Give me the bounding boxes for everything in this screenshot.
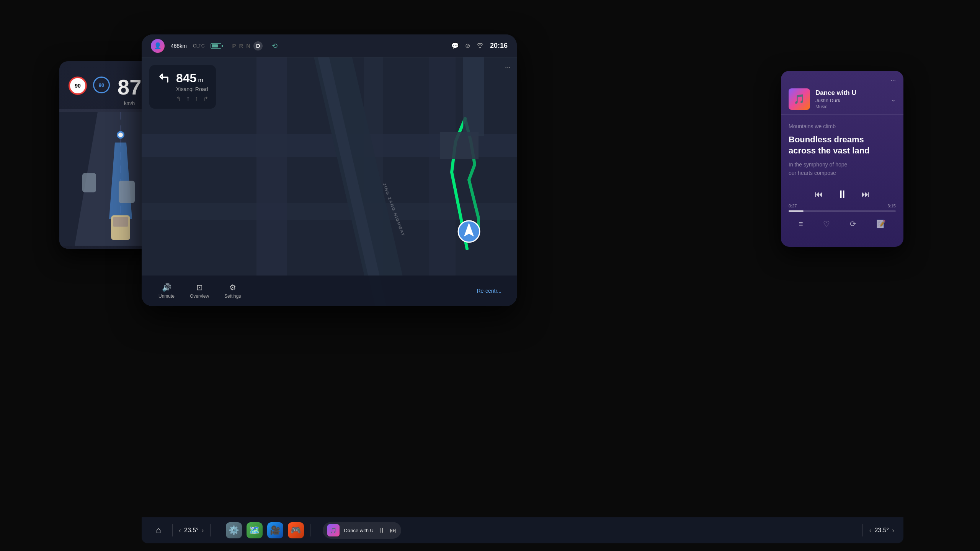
taskbar-right-section: ‹ 23.5° › (859, 524, 894, 536)
queue-btn[interactable]: ≡ (799, 220, 803, 228)
taskbar-track-title: Dance with U (344, 528, 374, 533)
gear-r: R (239, 42, 243, 49)
track-artist: Justin Durk (815, 98, 885, 103)
gear-p: P (232, 42, 236, 49)
video-app-icon[interactable]: 🎥 (267, 522, 283, 538)
music-more-btn[interactable]: ··· (891, 77, 896, 84)
taskbar-divider-4 (862, 524, 863, 536)
signal-icon: ⊘ (465, 42, 470, 49)
svg-rect-16 (429, 57, 456, 306)
progress-bar[interactable] (789, 210, 896, 212)
wifi-icon (476, 42, 484, 50)
speed-unit: km/h (124, 100, 135, 106)
battery-icon (211, 43, 221, 49)
prev-track-btn[interactable]: ⏮ (815, 189, 823, 199)
current-speed: 87 (118, 77, 141, 98)
svg-rect-8 (82, 173, 96, 192)
taskbar-album-art: 🎵 (327, 524, 340, 536)
taskbar-divider-3 (310, 524, 310, 536)
lyric-current: Boundless dreams across the vast land (789, 134, 896, 156)
overview-btn[interactable]: ⊡ Overview (182, 280, 217, 302)
lane-straight2-icon: ↑ (195, 95, 198, 103)
recenter-btn[interactable]: Re-centr... (470, 288, 508, 294)
lane-straight-icon: ↑ (186, 95, 189, 103)
pause-btn[interactable]: ⏸ (837, 188, 848, 201)
taskbar-pause-btn[interactable]: ⏸ (378, 527, 385, 535)
temp-right-decrease-btn[interactable]: ‹ (869, 527, 871, 535)
speed-limit-badge: 90 (69, 77, 87, 95)
temp-right-increase-btn[interactable]: › (892, 527, 894, 535)
time-total: 3:15 (888, 204, 896, 208)
music-bottom-controls: ≡ ♡ ⟳ 📝 (781, 216, 903, 235)
top-status-bar: 👤 468km CLTC P R N D ⟲ 💬 ⊘ (142, 34, 517, 57)
taskbar-music-controls: ⏸ ⏭ (378, 527, 397, 535)
clock-display: 20:16 (490, 42, 508, 50)
main-display: 👤 468km CLTC P R N D ⟲ 💬 ⊘ (142, 34, 517, 306)
games-app-icon[interactable]: 🎮 (288, 522, 304, 538)
lyrics-btn[interactable]: 📝 (876, 219, 886, 228)
lyric-next: In the symphony of hope our hearts compo… (789, 160, 896, 178)
track-title: Dance with U (815, 89, 885, 97)
app-dock: ⚙️ 🗺️ 🎥 🎮 (226, 522, 304, 538)
map-bottom-controls: 🔊 Unmute ⊡ Overview ⚙ Settings Re-centr.… (142, 276, 517, 306)
svg-rect-14 (256, 57, 287, 306)
svg-rect-20 (463, 57, 484, 136)
overview-label: Overview (190, 293, 209, 299)
taskbar-next-btn[interactable]: ⏭ (390, 527, 397, 535)
range-type: CLTC (193, 43, 204, 49)
maps-app-icon[interactable]: 🗺️ (247, 522, 263, 538)
taskbar-divider-2 (210, 524, 211, 536)
album-art: 🎵 (789, 88, 810, 110)
svg-rect-5 (113, 217, 128, 227)
nav-lane-guide: ↰ ↑ ↑ ↱ (176, 95, 208, 103)
taskbar-divider-1 (172, 524, 173, 536)
chat-icon[interactable]: 💬 (451, 42, 459, 49)
turn-left-icon (157, 71, 171, 85)
gear-n: N (246, 42, 250, 49)
taskbar: ⌂ ‹ 23.5° › ⚙️ 🗺️ 🎥 🎮 🎵 Dance with U ⏸ ⏭… (142, 517, 903, 543)
lane-right-icon: ↱ (203, 95, 208, 103)
overview-icon: ⊡ (196, 283, 203, 292)
progress-area: 0:27 3:15 (781, 202, 903, 216)
temp-right-value: 23.5° (874, 527, 889, 534)
gear-selector: P R N D (232, 41, 263, 51)
unmute-icon: 🔊 (162, 283, 172, 292)
temp-decrease-btn[interactable]: ‹ (179, 527, 181, 535)
now-playing-section: 🎵 Dance with U Justin Durk Music ⌄ (781, 88, 903, 115)
settings-label: Settings (224, 293, 241, 299)
nav-unit: m (198, 77, 203, 84)
repeat-btn[interactable]: ⟳ (850, 219, 856, 228)
settings-icon: ⚙ (229, 283, 236, 292)
svg-rect-19 (440, 132, 479, 159)
map-container: JING ZANG HIGHWAY 845 m Xisanqi Road (142, 57, 517, 306)
progress-times: 0:27 3:15 (789, 204, 896, 208)
home-btn[interactable]: ⌂ (151, 523, 166, 538)
progress-fill (789, 210, 804, 212)
lyrics-area: Mountains we climb Boundless dreams acro… (781, 115, 903, 185)
settings-app-icon[interactable]: ⚙️ (226, 522, 242, 538)
settings-btn[interactable]: ⚙ Settings (217, 280, 248, 302)
range-value: 468km (171, 43, 187, 49)
unmute-btn[interactable]: 🔊 Unmute (151, 280, 182, 302)
nav-street: Xisanqi Road (176, 86, 208, 92)
lane-left-icon: ↰ (176, 95, 181, 103)
gear-d-active[interactable]: D (253, 41, 263, 51)
taskbar-music-player: 🎵 Dance with U ⏸ ⏭ (323, 522, 401, 539)
music-header: ··· (781, 71, 903, 88)
expand-btn[interactable]: ⌄ (891, 96, 896, 103)
map-more-btn[interactable]: ··· (505, 64, 511, 72)
like-btn[interactable]: ♡ (823, 219, 830, 228)
temp-left-control: ‹ 23.5° › (179, 527, 204, 535)
music-panel: ··· 🎵 Dance with U Justin Durk Music ⌄ M… (781, 71, 903, 247)
next-track-btn[interactable]: ⏭ (861, 189, 870, 199)
nav-distance: 845 (176, 71, 196, 85)
track-info: Dance with U Justin Durk Music (815, 89, 885, 109)
user-avatar[interactable]: 👤 (151, 39, 165, 53)
lyric-prev: Mountains we climb (789, 122, 896, 130)
unmute-label: Unmute (158, 293, 175, 299)
top-right-status: 💬 ⊘ 20:16 (451, 42, 508, 50)
music-controls: ⏮ ⏸ ⏭ (781, 185, 903, 202)
track-source: Music (815, 104, 885, 109)
nav-info-box: 845 m Xisanqi Road ↰ ↑ ↑ ↱ (149, 65, 216, 109)
temp-increase-btn[interactable]: › (202, 527, 204, 535)
